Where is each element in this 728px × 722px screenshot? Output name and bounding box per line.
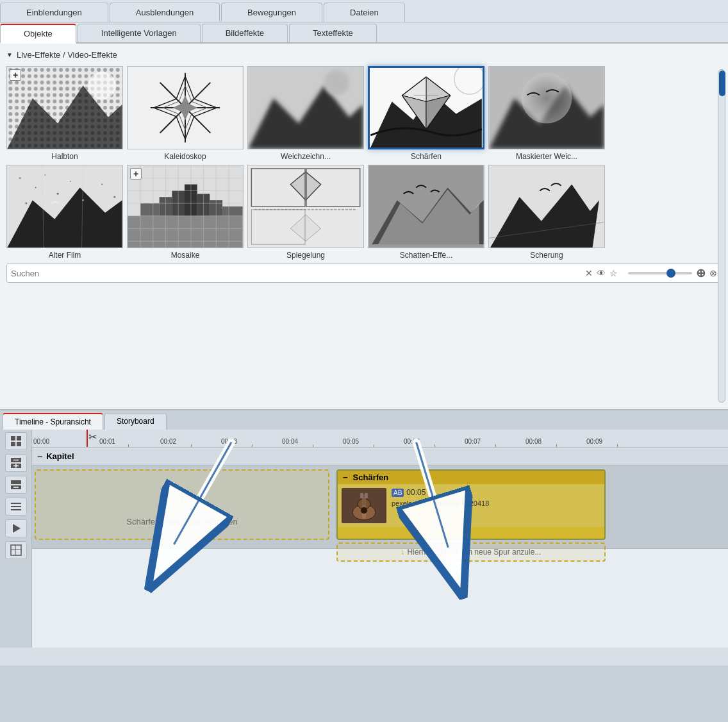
timeline-tools [0,430,32,648]
svg-rect-44 [140,203,160,216]
svg-point-35 [57,193,59,195]
slider-thumb[interactable] [666,269,675,278]
tool-align[interactable] [5,498,27,516]
svg-rect-43 [128,216,242,248]
timeline-tab-bar: Timeline - Spuransicht Storyboard [0,410,728,430]
effect-spiegelung[interactable]: Spiegelung [247,165,364,260]
zoom-slider[interactable] [628,272,692,274]
effect-label: Scherung [530,251,563,260]
tab-dateien[interactable]: Dateien [324,3,405,22]
tab-objekte[interactable]: Objekte [0,24,76,44]
tab-einblendungen[interactable]: Einblendungen [0,3,108,22]
eye-icon[interactable]: 👁 [597,268,606,278]
effect-schatten[interactable]: Schatten-Effe... [368,165,484,260]
effects-panel: ▼ Live-Effekte / Video-Effekte + [0,44,728,409]
effect-label: Kaleidoskop [164,152,206,161]
effect-weichzeichnen[interactable]: Weichzeichn... [247,66,364,161]
ruler-mark-7: 00:07 [465,438,481,445]
effect-alter-film[interactable]: Alter Film [6,165,123,260]
drop-zone-main[interactable]: ↓ Schärfen: Hier Bilder einfügen [35,469,329,540]
svg-rect-80 [11,442,15,446]
tab-timeline-spuransicht[interactable]: Timeline - Spuransicht [3,413,103,430]
svg-rect-78 [11,436,15,441]
tab-texteffekte[interactable]: Texteffekte [289,24,377,42]
svg-rect-81 [17,442,21,446]
star-icon[interactable]: ☆ [609,268,618,278]
effect-maskierter-weic[interactable]: Maskierter Weic... [488,66,605,161]
effect-block-schaerfen[interactable]: − Schärfen [336,469,606,540]
effect-block-title: Schärfen [353,473,389,482]
tool-add-track[interactable] [5,454,27,472]
tool-multitrack[interactable] [5,432,27,450]
tab-bildeffekte[interactable]: Bildeffekte [202,24,288,42]
effect-scherung[interactable]: Scherung [488,165,605,260]
effect-label: Halbton [51,152,78,161]
timeline-section: Timeline - Spuransicht Storyboard [0,409,728,666]
drop-zone-bottom-text: Hierher ziehen, um neue Spur anzule... [408,548,542,557]
ruler-mark-4: 00:04 [282,438,298,445]
tool-play[interactable] [5,519,27,537]
svg-point-4 [88,72,115,99]
svg-point-28 [522,73,572,124]
media-info: AB 00:05 pexels-pavel-danilyuk-7120418 [392,488,489,523]
ruler-mark-9: 00:09 [586,438,602,445]
plus-badge: + [130,168,142,180]
effect-kaleidoskop[interactable]: Kaleidoskop [127,66,244,161]
svg-point-39 [113,196,115,198]
tab-bewegungen[interactable]: Bewegungen [221,3,322,22]
drop-arrow-down: ↓ [401,548,405,557]
ruler-mark-0: 00:00 [33,438,49,445]
effect-mosaike[interactable]: + [127,165,244,260]
svg-rect-79 [17,436,21,441]
media-thumbnail [342,488,386,523]
block-minus[interactable]: − [343,473,348,482]
scrollbar-thumb [719,71,725,96]
media-duration: 00:05 [406,488,426,497]
effect-schaerfen[interactable]: Schärfen [368,66,484,161]
section-title: Live-Effekte / Video-Effekte [17,50,117,60]
timeline-main: ✂ 00:00 00:01 00:02 00:03 00:04 00:05 00… [32,430,728,648]
svg-point-34 [44,174,46,176]
playhead-marker: ✂ [88,431,97,443]
effect-label: Weichzeichn... [281,152,331,161]
search-input[interactable] [11,269,581,278]
media-filename: pexels-pavel-danilyuk-7120418 [392,500,489,507]
tab-intelligente-vorlagen[interactable]: Intelligente Vorlagen [78,24,201,42]
svg-point-31 [19,177,21,179]
effect-label: Maskierter Weic... [516,152,577,161]
slider-track[interactable] [628,272,692,274]
tab-ausblendungen[interactable]: Ausblendungen [110,3,220,22]
tool-remove-track[interactable] [5,476,27,494]
svg-point-36 [70,181,71,182]
drop-zone-bottom[interactable]: ↓ Hierher ziehen, um neue Spur anzule... [336,542,606,562]
media-time: AB 00:05 [392,488,489,497]
search-bar: ✕ 👁 ☆ ⊕ ⊗ [6,264,722,283]
collapse-icon[interactable]: ▼ [6,51,13,58]
effect-label: Spiegelung [286,251,325,260]
svg-point-15 [324,70,349,95]
tool-grid[interactable] [5,541,27,559]
chapter-title: Kapitel [46,451,74,461]
chapter-collapse[interactable]: − [37,451,42,462]
add-icon[interactable]: ⊕ [696,266,706,280]
svg-point-32 [35,187,37,188]
effect-halbton[interactable]: + Halbton [6,66,123,161]
timeline-area: ✂ 00:00 00:01 00:02 00:03 00:04 00:05 00… [0,430,728,648]
timeline-ruler: ✂ 00:00 00:01 00:02 00:03 00:04 00:05 00… [32,430,728,448]
tab-storyboard[interactable]: Storyboard [104,413,167,430]
second-tab-bar: Objekte Intelligente Vorlagen Bildeffekt… [0,22,728,44]
effect-label: Alter Film [49,251,81,260]
ruler-mark-2: 00:02 [160,438,176,445]
playhead-line [87,430,88,447]
effect-block-content: AB 00:05 pexels-pavel-danilyuk-7120418 [338,484,604,527]
svg-point-38 [101,184,103,185]
svg-rect-87 [11,480,21,484]
clear-icon[interactable]: ✕ [585,268,593,278]
tracks-container: ↓ Schärfen: Hier Bilder einfügen − Schär… [32,466,728,648]
ruler-mark-1: 00:01 [99,438,115,445]
scrollbar[interactable] [718,69,725,403]
settings-icon[interactable]: ⊗ [709,268,717,278]
svg-marker-93 [13,524,21,533]
ruler-mark-8: 00:08 [525,438,542,445]
top-tab-bar: Einblendungen Ausblendungen Bewegungen D… [0,0,728,22]
